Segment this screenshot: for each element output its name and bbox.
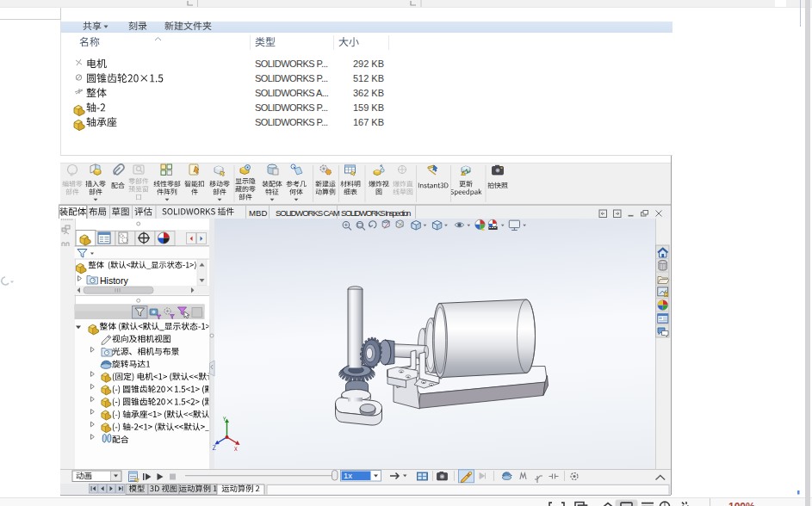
svg-text:!: !	[462, 171, 463, 176]
